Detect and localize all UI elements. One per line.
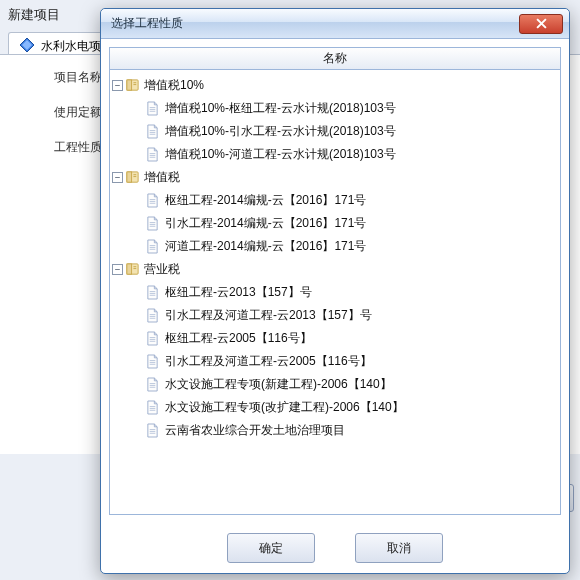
bg-window-title: 新建项目 [8, 6, 60, 24]
label-quota: 使用定额 [54, 104, 102, 121]
document-icon [146, 216, 159, 231]
tree-group: −增值税10%增值税10%-枢纽工程-云水计规(2018)103号增值税10%-… [112, 74, 558, 166]
document-icon [146, 400, 159, 415]
collapse-toggle[interactable]: − [112, 264, 123, 275]
tree-item[interactable]: 枢纽工程-云2005【116号】 [128, 327, 558, 350]
nature-tree[interactable]: −增值税10%增值税10%-枢纽工程-云水计规(2018)103号增值税10%-… [110, 70, 560, 456]
tree-children: 增值税10%-枢纽工程-云水计规(2018)103号增值税10%-引水工程-云水… [112, 97, 558, 166]
book-icon [125, 170, 140, 185]
tree-item[interactable]: 河道工程-2014编规-云【2016】171号 [128, 235, 558, 258]
tree-group: −增值税枢纽工程-2014编规-云【2016】171号引水工程-2014编规-云… [112, 166, 558, 258]
document-icon [146, 124, 159, 139]
tree-item[interactable]: 增值税10%-河道工程-云水计规(2018)103号 [128, 143, 558, 166]
tree-children: 枢纽工程-2014编规-云【2016】171号引水工程-2014编规-云【201… [112, 189, 558, 258]
tree-item[interactable]: 云南省农业综合开发土地治理项目 [128, 419, 558, 442]
tree-group-row[interactable]: −增值税10% [112, 74, 558, 97]
tree-item[interactable]: 引水工程及河道工程-云2013【157】号 [128, 304, 558, 327]
item-label: 增值税10%-引水工程-云水计规(2018)103号 [163, 123, 396, 140]
item-label: 引水工程及河道工程-云2013【157】号 [163, 307, 372, 324]
tree-group-row[interactable]: −增值税 [112, 166, 558, 189]
book-icon [125, 262, 140, 277]
item-label: 云南省农业综合开发土地治理项目 [163, 422, 345, 439]
bg-form-labels: 项目名称 使用定额 工程性质 [54, 69, 102, 156]
dialog-button-bar: 确定 取消 [101, 523, 569, 573]
item-label: 引水工程-2014编规-云【2016】171号 [163, 215, 366, 232]
document-icon [146, 193, 159, 208]
book-icon [125, 78, 140, 93]
dialog-body: 名称 −增值税10%增值税10%-枢纽工程-云水计规(2018)103号增值税1… [101, 39, 569, 523]
item-label: 增值税10%-枢纽工程-云水计规(2018)103号 [163, 100, 396, 117]
tree-item[interactable]: 水文设施工程专项(改扩建工程)-2006【140】 [128, 396, 558, 419]
document-icon [146, 285, 159, 300]
svg-rect-16 [127, 172, 132, 182]
document-icon [146, 239, 159, 254]
tree-item[interactable]: 增值税10%-引水工程-云水计规(2018)103号 [128, 120, 558, 143]
tree-item[interactable]: 引水工程-2014编规-云【2016】171号 [128, 212, 558, 235]
collapse-toggle[interactable]: − [112, 172, 123, 183]
label-nature: 工程性质 [54, 139, 102, 156]
document-icon [146, 354, 159, 369]
group-label: 增值税 [142, 169, 180, 186]
tree-grid[interactable]: 名称 −增值税10%增值税10%-枢纽工程-云水计规(2018)103号增值税1… [109, 47, 561, 515]
document-icon [146, 308, 159, 323]
item-label: 枢纽工程-2014编规-云【2016】171号 [163, 192, 366, 209]
tree-item[interactable]: 增值税10%-枢纽工程-云水计规(2018)103号 [128, 97, 558, 120]
item-label: 枢纽工程-云2013【157】号 [163, 284, 312, 301]
svg-rect-29 [127, 264, 132, 274]
tree-group: −营业税枢纽工程-云2013【157】号引水工程及河道工程-云2013【157】… [112, 258, 558, 442]
tree-item[interactable]: 引水工程及河道工程-云2005【116号】 [128, 350, 558, 373]
group-label: 增值税10% [142, 77, 204, 94]
ok-button[interactable]: 确定 [227, 533, 315, 563]
label-project-name: 项目名称 [54, 69, 102, 86]
group-label: 营业税 [142, 261, 180, 278]
document-icon [146, 423, 159, 438]
item-label: 水文设施工程专项(新建工程)-2006【140】 [163, 376, 392, 393]
svg-rect-3 [127, 80, 132, 90]
close-icon [536, 18, 547, 29]
item-label: 增值税10%-河道工程-云水计规(2018)103号 [163, 146, 396, 163]
dialog-title: 选择工程性质 [107, 15, 519, 32]
dialog-titlebar[interactable]: 选择工程性质 [101, 9, 569, 39]
column-header-name[interactable]: 名称 [110, 48, 560, 70]
select-nature-dialog: 选择工程性质 名称 −增值税10%增值税10%-枢纽工程-云水计规(2018)1… [100, 8, 570, 574]
tree-group-row[interactable]: −营业税 [112, 258, 558, 281]
cancel-button[interactable]: 取消 [355, 533, 443, 563]
document-icon [146, 377, 159, 392]
tree-children: 枢纽工程-云2013【157】号引水工程及河道工程-云2013【157】号枢纽工… [112, 281, 558, 442]
document-icon [146, 101, 159, 116]
item-label: 水文设施工程专项(改扩建工程)-2006【140】 [163, 399, 404, 416]
collapse-toggle[interactable]: − [112, 80, 123, 91]
document-icon [146, 147, 159, 162]
tree-item[interactable]: 枢纽工程-2014编规-云【2016】171号 [128, 189, 558, 212]
close-button[interactable] [519, 14, 563, 34]
item-label: 枢纽工程-云2005【116号】 [163, 330, 312, 347]
document-icon [146, 331, 159, 346]
item-label: 河道工程-2014编规-云【2016】171号 [163, 238, 366, 255]
item-label: 引水工程及河道工程-云2005【116号】 [163, 353, 372, 370]
tree-item[interactable]: 枢纽工程-云2013【157】号 [128, 281, 558, 304]
tree-item[interactable]: 水文设施工程专项(新建工程)-2006【140】 [128, 373, 558, 396]
